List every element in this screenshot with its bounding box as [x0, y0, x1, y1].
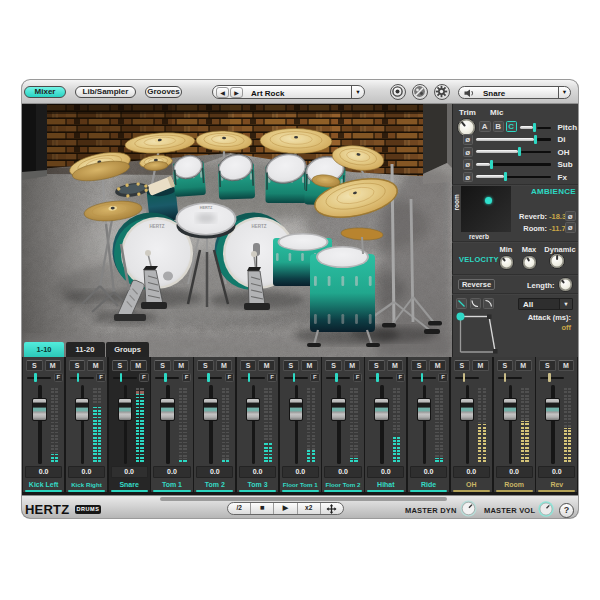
svg-text:HERTZ: HERTZ	[200, 206, 213, 210]
svg-text:HERTZ: HERTZ	[150, 224, 165, 229]
svg-text:HERTZ: HERTZ	[252, 224, 267, 229]
